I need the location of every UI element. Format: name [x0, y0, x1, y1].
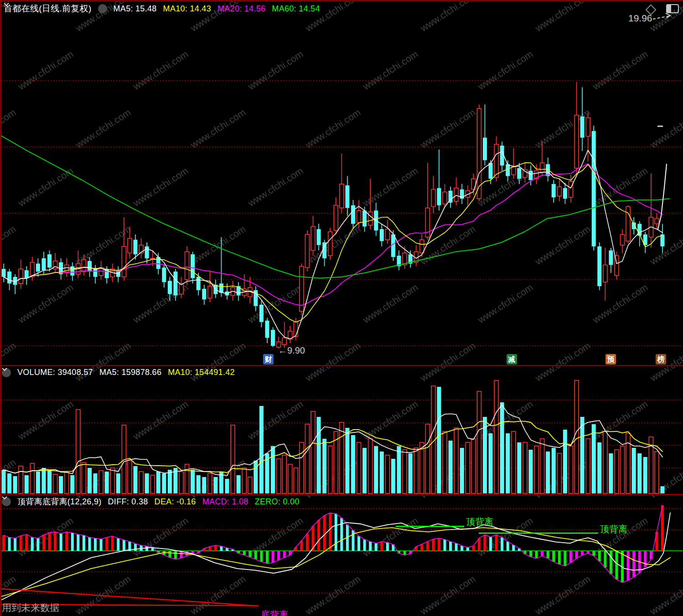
- svg-text:www.cfchi.com: www.cfchi.com: [246, 398, 305, 441]
- ma10-value: MA10: 14.43: [163, 4, 211, 14]
- svg-text:www.cfchi.com: www.cfchi.com: [476, 48, 535, 92]
- volume-header: VOLUME: 39408.57 MA5: 159878.66 MA10: 15…: [2, 368, 235, 377]
- top-border: [0, 0, 683, 1]
- svg-text:www.cfchi.com: www.cfchi.com: [590, 398, 650, 441]
- svg-text:www.cfchi.com: www.cfchi.com: [533, 340, 592, 383]
- chevron-down-icon[interactable]: [98, 4, 107, 13]
- left-border: [0, 0, 1, 616]
- svg-text:www.cfchi.com: www.cfchi.com: [418, 107, 477, 150]
- svg-text:www.cfchi.com: www.cfchi.com: [0, 223, 18, 267]
- high-price-arrow-icon: [652, 12, 675, 23]
- svg-text:www.cfchi.com: www.cfchi.com: [418, 340, 477, 383]
- svg-text:www.cfchi.com: www.cfchi.com: [188, 573, 248, 616]
- ma60-value: MA60: 14.54: [272, 4, 320, 14]
- svg-text:www.cfchi.com: www.cfchi.com: [16, 398, 75, 441]
- chevron-down-icon[interactable]: [2, 368, 11, 377]
- panel-separator-volume: [0, 365, 683, 366]
- indicator-name: 顶背离底背离(12,26,9): [17, 496, 102, 507]
- svg-text:www.cfchi.com: www.cfchi.com: [418, 0, 477, 34]
- stock-chart-app: www.cfchi.comwww.cfchi.comwww.cfchi.comw…: [0, 0, 683, 616]
- svg-text:www.cfchi.com: www.cfchi.com: [418, 573, 477, 616]
- svg-text:www.cfchi.com: www.cfchi.com: [361, 165, 420, 208]
- svg-text:www.cfchi.com: www.cfchi.com: [533, 223, 592, 267]
- svg-text:www.cfchi.com: www.cfchi.com: [361, 282, 420, 325]
- volume-value: VOLUME: 39408.57: [17, 368, 93, 377]
- main-chart-header: 首都在线(日线.前复权) MA5: 15.48 MA10: 14.43 MA20…: [4, 3, 320, 15]
- event-badge[interactable]: 榜: [656, 354, 666, 364]
- volume-ma10-value: MA10: 154491.42: [168, 368, 235, 377]
- page-title: 首都在线(日线.前复权): [4, 3, 92, 15]
- event-badge[interactable]: 减: [507, 354, 517, 364]
- event-badge[interactable]: 财: [263, 354, 274, 364]
- svg-text:www.cfchi.com: www.cfchi.com: [303, 107, 362, 150]
- panel-layout-icon[interactable]: [666, 4, 679, 13]
- chart-canvas[interactable]: www.cfchi.comwww.cfchi.comwww.cfchi.comw…: [0, 0, 683, 616]
- bottom-divergence-label: 底背离: [261, 609, 288, 616]
- svg-text:www.cfchi.com: www.cfchi.com: [16, 48, 75, 92]
- svg-text:www.cfchi.com: www.cfchi.com: [303, 340, 362, 383]
- svg-text:www.cfchi.com: www.cfchi.com: [131, 398, 190, 441]
- svg-text:www.cfchi.com: www.cfchi.com: [188, 223, 248, 267]
- svg-text:www.cfchi.com: www.cfchi.com: [533, 0, 592, 34]
- svg-text:www.cfchi.com: www.cfchi.com: [590, 165, 650, 208]
- svg-text:www.cfchi.com: www.cfchi.com: [131, 165, 190, 208]
- svg-text:www.cfchi.com: www.cfchi.com: [303, 573, 362, 616]
- volume-ma5-value: MA5: 159878.66: [99, 368, 161, 377]
- panel-separator-macd: [0, 494, 683, 495]
- svg-text:www.cfchi.com: www.cfchi.com: [73, 107, 133, 150]
- high-price-label: 19.96: [628, 13, 652, 24]
- event-badge[interactable]: 预: [605, 354, 616, 364]
- svg-text:www.cfchi.com: www.cfchi.com: [590, 48, 650, 92]
- svg-text:www.cfchi.com: www.cfchi.com: [533, 573, 592, 616]
- future-data-note: 用到未来数据: [2, 601, 59, 614]
- macd-header: 顶背离底背离(12,26,9) DIFF: 0.38 DEA: -0.16 MA…: [2, 496, 300, 507]
- top-divergence-label-1: 顶背离: [466, 516, 493, 528]
- chevron-down-icon[interactable]: [2, 497, 11, 506]
- top-divergence-label-2: 顶背离: [600, 523, 627, 535]
- macd-value: MACD: 1.08: [202, 497, 248, 507]
- ma5-value: MA5: 15.48: [114, 4, 157, 14]
- svg-text:www.cfchi.com: www.cfchi.com: [131, 48, 190, 92]
- svg-text:www.cfchi.com: www.cfchi.com: [361, 398, 420, 441]
- svg-text:www.cfchi.com: www.cfchi.com: [476, 282, 535, 325]
- ma20-value: MA20: 14.56: [217, 4, 265, 14]
- svg-text:www.cfchi.com: www.cfchi.com: [648, 107, 683, 150]
- svg-text:www.cfchi.com: www.cfchi.com: [246, 48, 305, 92]
- svg-text:www.cfchi.com: www.cfchi.com: [648, 573, 683, 616]
- dea-value: DEA: -0.16: [155, 497, 196, 507]
- svg-text:www.cfchi.com: www.cfchi.com: [188, 107, 248, 150]
- zero-value: ZERO: 0.00: [255, 497, 300, 507]
- svg-text:www.cfchi.com: www.cfchi.com: [361, 48, 420, 92]
- low-price-label: ←9.90: [278, 345, 305, 356]
- svg-text:www.cfchi.com: www.cfchi.com: [16, 282, 75, 325]
- svg-text:www.cfchi.com: www.cfchi.com: [246, 165, 305, 208]
- diff-value: DIFF: 0.38: [108, 497, 148, 507]
